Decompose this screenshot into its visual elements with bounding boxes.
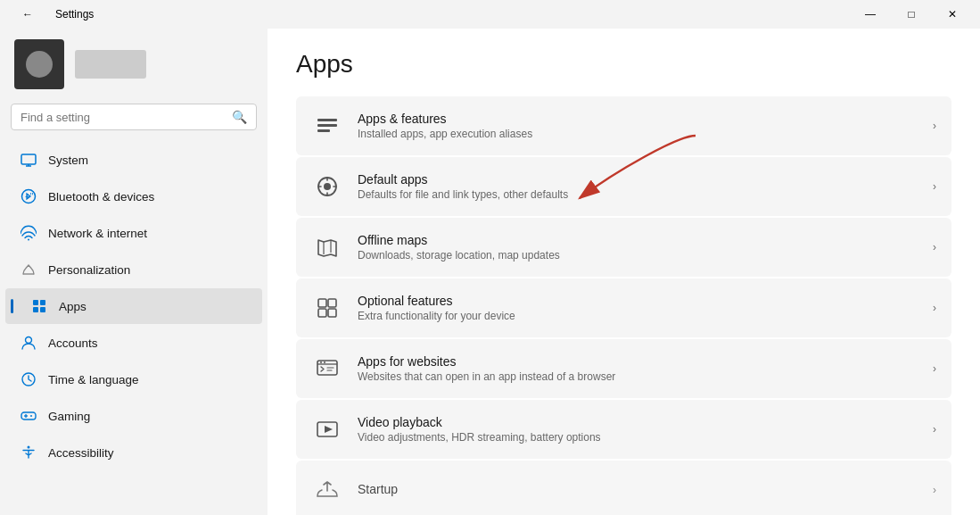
apps-websites-text: Apps for websites Websites that can open…	[358, 354, 918, 383]
svg-marker-34	[325, 426, 333, 433]
svg-rect-7	[33, 300, 38, 305]
svg-rect-13	[21, 412, 36, 419]
apps-icon	[30, 297, 48, 315]
accounts-icon	[20, 334, 37, 352]
sidebar-item-system[interactable]: System	[5, 142, 262, 178]
apps-features-icon	[311, 110, 343, 142]
network-icon	[20, 224, 37, 242]
settings-item-default-apps[interactable]: Default apps Defaults for file and link …	[296, 157, 951, 216]
offline-maps-icon	[311, 231, 343, 263]
accessibility-icon	[20, 444, 37, 461]
settings-item-offline-maps[interactable]: Offline maps Downloads, storage location…	[296, 218, 951, 277]
sidebar-label-personalization: Personalization	[48, 263, 130, 277]
apps-websites-chevron: ›	[933, 362, 936, 375]
offline-maps-desc: Downloads, storage location, map updates	[358, 249, 918, 262]
sidebar-item-accounts[interactable]: Accounts	[5, 325, 262, 361]
svg-point-32	[324, 361, 325, 363]
settings-item-video-playback[interactable]: Video playback Video adjustments, HDR st…	[296, 400, 951, 459]
minimize-button[interactable]: —	[850, 0, 891, 29]
titlebar-left: ← Settings	[7, 0, 94, 29]
titlebar-title: Settings	[55, 8, 94, 21]
personalization-icon	[20, 261, 37, 278]
optional-features-title: Optional features	[358, 294, 918, 308]
gaming-icon	[20, 407, 37, 425]
settings-item-startup[interactable]: Startup ›	[296, 461, 951, 515]
sidebar-label-accounts: Accounts	[48, 336, 98, 350]
apps-features-chevron: ›	[933, 120, 936, 132]
svg-rect-19	[317, 119, 337, 121]
video-playback-text: Video playback Video adjustments, HDR st…	[358, 415, 918, 444]
sidebar-item-apps[interactable]: Apps	[5, 288, 262, 324]
sidebar: 🔍 System +"	[0, 29, 268, 515]
default-apps-desc: Defaults for file and link types, other …	[358, 188, 918, 201]
maximize-button[interactable]: □	[891, 0, 932, 29]
close-button[interactable]: ✕	[932, 0, 973, 29]
search-icon: 🔍	[232, 110, 247, 124]
sidebar-item-personalization[interactable]: Personalization	[5, 252, 262, 287]
apps-websites-icon	[311, 353, 343, 385]
startup-icon	[311, 474, 343, 506]
main-content: Apps Apps & features Installed apps, app…	[268, 29, 980, 515]
startup-text: Startup	[358, 482, 918, 498]
settings-item-optional-features[interactable]: Optional features Extra functionality fo…	[296, 278, 951, 337]
search-box[interactable]: 🔍	[11, 104, 257, 130]
svg-rect-20	[317, 124, 337, 127]
svg-rect-26	[318, 299, 326, 307]
apps-websites-desc: Websites that can open in an app instead…	[358, 370, 918, 383]
bluetooth-icon: +"	[20, 187, 37, 205]
svg-rect-27	[328, 299, 336, 307]
offline-maps-text: Offline maps Downloads, storage location…	[358, 233, 918, 262]
optional-features-chevron: ›	[933, 302, 936, 314]
sidebar-item-gaming[interactable]: Gaming	[5, 398, 262, 434]
sidebar-label-accessibility: Accessibility	[48, 446, 114, 460]
startup-title: Startup	[358, 482, 918, 496]
apps-features-title: Apps & features	[358, 112, 918, 126]
sidebar-label-apps: Apps	[59, 300, 86, 313]
settings-item-apps-websites[interactable]: Apps for websites Websites that can open…	[296, 339, 951, 398]
sidebar-item-network[interactable]: Network & internet	[5, 215, 262, 251]
app-container: 🔍 System +"	[0, 29, 980, 515]
sidebar-label-system: System	[48, 154, 88, 167]
svg-rect-28	[318, 309, 326, 317]
nav-list: System +" Bluetooth & devices	[0, 137, 268, 515]
svg-rect-29	[328, 309, 336, 317]
svg-rect-10	[40, 307, 45, 312]
sidebar-label-time: Time & language	[48, 373, 139, 386]
default-apps-title: Default apps	[358, 172, 918, 187]
settings-item-apps-features[interactable]: Apps & features Installed apps, app exec…	[296, 96, 951, 155]
apps-websites-title: Apps for websites	[358, 354, 918, 369]
svg-point-11	[26, 337, 32, 344]
user-name	[75, 50, 146, 79]
system-icon	[20, 151, 37, 169]
svg-rect-21	[317, 129, 330, 132]
startup-chevron: ›	[933, 484, 936, 496]
svg-point-16	[30, 415, 32, 417]
svg-point-31	[320, 361, 322, 363]
sidebar-item-time[interactable]: Time & language	[5, 361, 262, 397]
offline-maps-title: Offline maps	[358, 233, 918, 247]
default-apps-chevron: ›	[933, 180, 936, 193]
default-apps-text: Default apps Defaults for file and link …	[358, 172, 918, 201]
apps-features-desc: Installed apps, app execution aliases	[358, 128, 918, 140]
video-playback-desc: Video adjustments, HDR streaming, batter…	[358, 431, 918, 444]
time-icon	[20, 370, 37, 388]
back-button[interactable]: ←	[7, 0, 48, 29]
sidebar-label-bluetooth: Bluetooth & devices	[48, 190, 154, 204]
main-wrapper: Apps Apps & features Installed apps, app…	[268, 29, 980, 515]
video-playback-icon	[311, 413, 343, 445]
svg-rect-9	[33, 307, 38, 312]
sidebar-item-bluetooth[interactable]: +" Bluetooth & devices	[5, 179, 262, 214]
page-title: Apps	[296, 50, 951, 79]
titlebar: ← Settings — □ ✕	[0, 0, 980, 29]
sidebar-label-gaming: Gaming	[48, 410, 90, 423]
svg-point-5	[28, 239, 29, 241]
sidebar-label-network: Network & internet	[48, 227, 147, 240]
sidebar-item-accessibility[interactable]: Accessibility	[5, 435, 262, 470]
svg-point-17	[28, 446, 30, 449]
search-input[interactable]	[21, 111, 226, 124]
avatar	[14, 39, 64, 89]
user-section	[0, 29, 268, 100]
svg-rect-8	[40, 300, 45, 305]
avatar-image	[26, 51, 53, 78]
video-playback-title: Video playback	[358, 415, 918, 429]
